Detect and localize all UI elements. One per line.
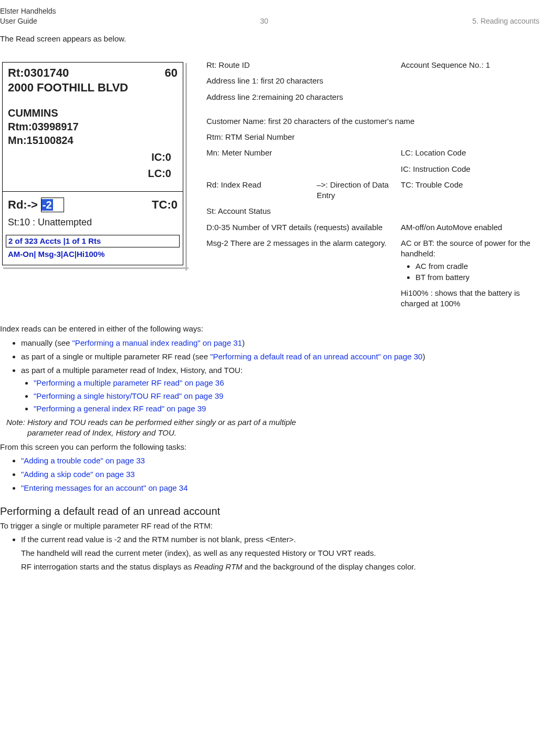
ss-footer-accts: 2 of 323 Accts |1 of 1 Rts: [6, 235, 180, 247]
ss-mn: Mn:15100824: [8, 133, 178, 147]
sub-link-1: "Performing a multiple parameter RF read…: [34, 378, 539, 388]
legend-mn: Mn: Meter Number: [206, 148, 311, 158]
li-manual-post: ): [242, 338, 245, 347]
link-default-read[interactable]: "Performing a default read of an unread …: [210, 352, 422, 361]
ss-rtm: Rtm:03998917: [8, 120, 178, 133]
task-3: "Entering messages for an account" on pa…: [21, 483, 539, 493]
read-screen-inner: Rt:0301740 60 2000 FOOTHILL BLVD CUMMINS…: [2, 62, 183, 265]
li-rf-pre: as part of a single or multiple paramete…: [21, 352, 210, 361]
link-trouble-code[interactable]: "Adding a trouble code" on page 33: [21, 456, 145, 465]
legend-power-intro: AC or BT: the source of power for the ha…: [401, 239, 530, 258]
step-1-p1: The handheld will read the current meter…: [21, 548, 539, 558]
ss-footer-status: AM-On| Msg-3|AC|Hi100%: [6, 248, 180, 260]
link-general-index[interactable]: "Performing a general index RF read" on …: [34, 404, 206, 413]
chapter-title: 5. Reading accounts: [472, 16, 539, 26]
legend-msg: Msg-2 There are 2 messages in the alarm …: [206, 238, 395, 283]
ss-rd-label: Rd:->: [8, 197, 38, 213]
section-lead: To trigger a single or multiple paramete…: [0, 521, 539, 531]
step-1-p2b: and the background of the display change…: [243, 562, 416, 571]
ss-status: St:10 : Unattempted: [3, 215, 183, 233]
link-multi-rf[interactable]: "Performing a multiple parameter RF read…: [34, 378, 224, 387]
legend-st: St: Account Status: [206, 206, 539, 216]
page-header: Elster Handhelds User Guide 30 5. Readin…: [0, 6, 539, 26]
link-manual-read[interactable]: "Performing a manual index reading" on p…: [72, 338, 242, 347]
link-history-tou[interactable]: "Performing a single history/TOU RF read…: [34, 391, 223, 400]
doc-title-1: Elster Handhelds: [0, 6, 56, 16]
li-rf-post: ): [422, 352, 425, 361]
legend-hi: Hi100% : shows that the battery is charg…: [401, 288, 539, 309]
ss-customer-block: CUMMINS Rtm:03998917 Mn:15100824: [3, 97, 183, 149]
header-left: Elster Handhelds User Guide: [0, 6, 56, 26]
legend-power: AC or BT: the source of power for the ha…: [401, 238, 539, 283]
doc-title-2: User Guide: [0, 16, 56, 26]
ss-route-id: Rt:0301740: [8, 66, 69, 80]
ss-route-seq: 60: [165, 66, 178, 80]
legend-rtm: Rtm: RTM Serial Number: [206, 132, 539, 142]
note-label: Note:: [6, 418, 27, 427]
legend-dir: –>: Direction of Data Entry: [317, 180, 395, 201]
ss-rd-value: -2: [41, 199, 53, 211]
ss-address1: 2000 FOOTHILL BLVD: [8, 80, 178, 95]
li-manual-pre: manually (see: [21, 338, 72, 347]
ss-rd-input[interactable]: -2: [41, 198, 64, 212]
legend-power-ac: AC from cradle: [415, 261, 539, 272]
legend-tc: TC: Trouble Code: [401, 180, 539, 201]
ss-lc: LC:0: [3, 165, 183, 182]
note-block: Note: History and TOU reads can be perfo…: [6, 417, 539, 439]
intro-text: The Read screen appears as below.: [0, 34, 539, 44]
legend-spacer: [206, 108, 539, 111]
legend-am: AM-off/on AutoMove enabled: [401, 222, 539, 233]
tasks-list: "Adding a trouble code" on page 33 "Addi…: [0, 455, 539, 494]
legend-d: D:0-35 Number of VRT details (requests) …: [206, 222, 395, 233]
legend-addr1: Address line 1: first 20 characters: [206, 76, 539, 86]
legend-cust: Customer Name: first 20 characters of th…: [206, 116, 539, 127]
legend-lc: LC: Location Code: [401, 148, 539, 158]
task-1: "Adding a trouble code" on page 33: [21, 455, 539, 466]
ss-route-block: Rt:0301740 60 2000 FOOTHILL BLVD: [3, 63, 183, 97]
ss-customer: CUMMINS: [8, 106, 178, 120]
legend-power-bt: BT from battery: [415, 272, 539, 283]
read-screen-figure: Rt:0301740 60 2000 FOOTHILL BLVD CUMMINS…: [0, 60, 185, 267]
li-multi: as part of a multiple parameter read of …: [21, 365, 539, 414]
multi-sub-list: "Performing a multiple parameter RF read…: [21, 378, 539, 414]
step-1-text: If the current read value is -2 and the …: [21, 535, 296, 544]
page-number: 30: [260, 16, 268, 26]
step-1-p2-em: Reading RTM: [194, 562, 242, 571]
link-messages[interactable]: "Entering messages for an account" on pa…: [21, 483, 188, 492]
link-skip-code[interactable]: "Adding a skip code" on page 33: [21, 470, 135, 479]
figure-row: Rt:0301740 60 2000 FOOTHILL BLVD CUMMINS…: [0, 60, 539, 309]
legend-rd: Rd: Index Read: [206, 180, 311, 201]
li-multi-text: as part of a multiple parameter read of …: [21, 366, 243, 375]
step-list: If the current read value is -2 and the …: [0, 534, 539, 573]
sub-link-2: "Performing a single history/TOU RF read…: [34, 391, 539, 401]
note-line1: History and TOU reads can be performed e…: [27, 418, 296, 427]
index-ways-list: manually (see "Performing a manual index…: [0, 338, 539, 415]
ss-tc: TC:0: [152, 197, 178, 213]
index-intro: Index reads can be entered in either of …: [0, 324, 539, 334]
step-1-p2: RF interrogation starts and the status d…: [21, 562, 539, 572]
note-line2: parameter read of Index, History and TOU…: [6, 428, 539, 438]
tasks-intro: From this screen you can perform the fol…: [0, 442, 539, 452]
ss-ic: IC:0: [3, 149, 183, 165]
li-manual: manually (see "Performing a manual index…: [21, 338, 539, 348]
legend-ic: IC: Instruction Code: [401, 164, 539, 174]
ss-read-row: Rd:-> -2 TC:0: [3, 192, 183, 215]
legend-grid: Rt: Route ID Account Sequence No.: 1 Add…: [206, 60, 539, 309]
li-rf: as part of a single or multiple paramete…: [21, 351, 539, 362]
step-1: If the current read value is -2 and the …: [21, 534, 539, 573]
legend-addr2: Address line 2:remaining 20 characters: [206, 92, 539, 102]
legend-acct-seq: Account Sequence No.: 1: [401, 60, 539, 70]
legend-rt: Rt: Route ID: [206, 60, 395, 70]
step-1-p2a: RF interrogation starts and the status d…: [21, 562, 194, 571]
sub-link-3: "Performing a general index RF read" on …: [34, 403, 539, 414]
section-title: Performing a default read of an unread a…: [0, 504, 539, 519]
task-2: "Adding a skip code" on page 33: [21, 469, 539, 480]
